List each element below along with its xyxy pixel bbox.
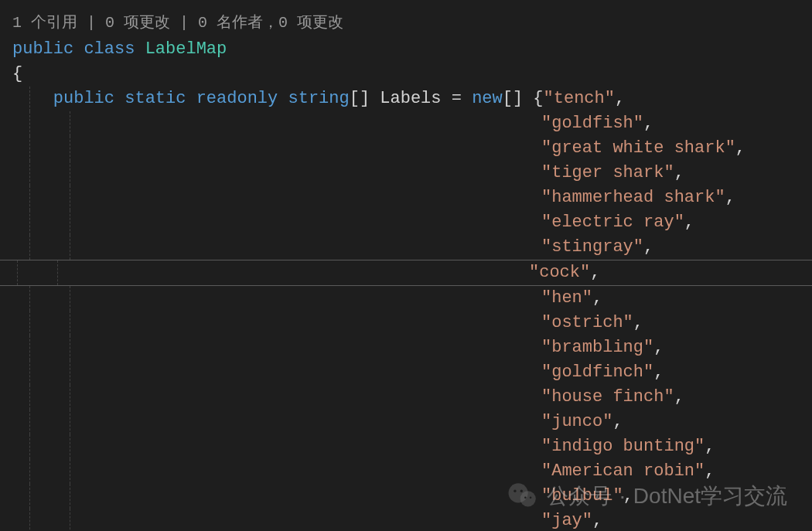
- watermark-text2: DotNet学习交流: [633, 484, 787, 509]
- class-declaration[interactable]: public class LabelMap: [12, 37, 812, 62]
- string-line[interactable]: "goldfinch",: [12, 360, 812, 385]
- string-literal: "goldfinch": [541, 363, 653, 382]
- codelens-sep: ，: [263, 14, 278, 32]
- keyword-string: string: [288, 89, 349, 108]
- string-line[interactable]: "junco",: [12, 410, 812, 434]
- watermark-text1: 公众号: [547, 484, 612, 509]
- class-name: LabelMap: [145, 39, 227, 59]
- svg-point-4: [524, 496, 527, 499]
- string-line[interactable]: "tiger shark",: [12, 161, 812, 186]
- keyword-class: class: [84, 39, 135, 59]
- string-literal: "cock": [529, 263, 590, 282]
- string-literal: "hen": [541, 288, 592, 308]
- brace-open[interactable]: {: [12, 62, 812, 87]
- string-line[interactable]: "great white shark",: [12, 136, 812, 161]
- string-literal: "jay": [541, 511, 592, 530]
- string-literal: "great white shark": [541, 138, 735, 158]
- codelens-bar[interactable]: 1 个引用 | 0 项更改 | 0 名作者，0 项更改: [12, 11, 812, 36]
- svg-point-5: [530, 496, 532, 499]
- codelens-changes2[interactable]: 0 项更改: [278, 14, 343, 32]
- keyword-new: new: [472, 89, 503, 108]
- string-literal: "indigo bunting": [541, 437, 705, 456]
- codelens-sep: |: [170, 14, 198, 32]
- svg-point-1: [520, 491, 536, 506]
- string-literal: "electric ray": [541, 213, 684, 232]
- string-line[interactable]: "hammerhead shark",: [12, 186, 812, 210]
- string-literal: "tench": [544, 89, 615, 108]
- string-literal: "stingray": [541, 237, 643, 257]
- keyword-static: static: [125, 89, 186, 108]
- string-literal: "ostrich": [541, 313, 633, 332]
- brackets: []: [350, 89, 370, 108]
- string-literal: "tiger shark": [541, 163, 674, 182]
- string-line[interactable]: "indigo bunting",: [12, 434, 812, 459]
- keyword-readonly: readonly: [196, 89, 278, 108]
- string-literal: "junco": [541, 412, 612, 431]
- svg-point-3: [520, 490, 523, 492]
- wechat-icon: [507, 480, 539, 512]
- string-line[interactable]: "goldfish",: [12, 111, 812, 136]
- string-line[interactable]: "stingray",: [12, 235, 812, 260]
- string-line[interactable]: "house finch",: [12, 385, 812, 410]
- codelens-references[interactable]: 1 个引用: [12, 14, 77, 32]
- watermark-sep: ·: [619, 484, 626, 509]
- string-line[interactable]: "brambling",: [12, 335, 812, 360]
- field-name: Labels: [380, 89, 441, 108]
- string-line[interactable]: "hen",: [12, 286, 812, 311]
- string-line[interactable]: "ostrich",: [12, 311, 812, 335]
- keyword-public: public: [12, 39, 73, 59]
- string-line[interactable]: "cock",: [0, 260, 812, 286]
- codelens-authors[interactable]: 0 名作者: [198, 14, 263, 32]
- keyword-public: public: [53, 89, 114, 108]
- string-literal: "goldfish": [541, 114, 643, 133]
- codelens-changes[interactable]: 0 项更改: [105, 14, 170, 32]
- string-line[interactable]: "electric ray",: [12, 210, 812, 235]
- watermark: 公众号 · DotNet学习交流: [507, 480, 787, 512]
- string-literal: "American robin": [541, 461, 705, 481]
- svg-point-2: [513, 490, 516, 492]
- field-declaration[interactable]: public static readonly string[] Labels =…: [12, 87, 812, 111]
- string-literal: "brambling": [541, 338, 653, 357]
- string-literal: "house finch": [541, 387, 674, 407]
- codelens-sep: |: [77, 14, 105, 32]
- string-literal: "hammerhead shark": [541, 188, 725, 207]
